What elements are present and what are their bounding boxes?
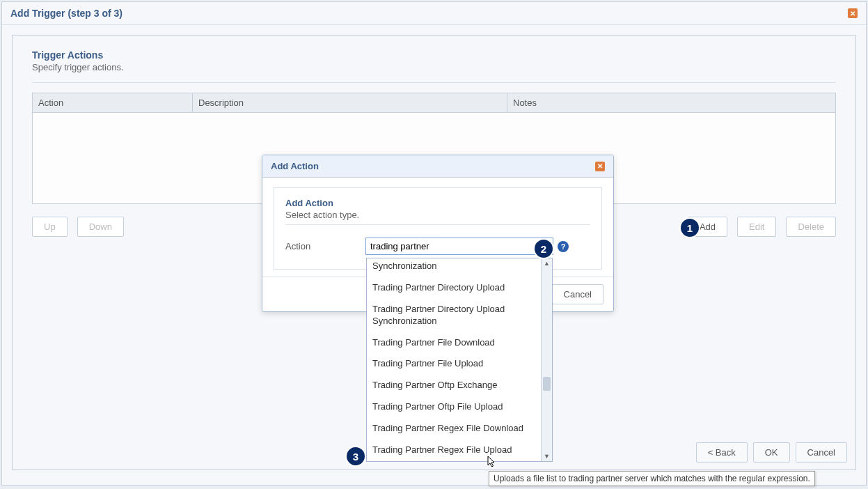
scroll-thumb[interactable] bbox=[543, 377, 551, 391]
dropdown-item[interactable]: Synchronization bbox=[367, 258, 541, 277]
dropdown-item[interactable]: Trading Partner Regex File Upload bbox=[367, 440, 541, 461]
action-dropdown[interactable]: Synchronization Trading Partner Director… bbox=[366, 258, 553, 462]
help-icon[interactable]: ? bbox=[558, 241, 569, 252]
annotation-marker-2: 2 bbox=[533, 238, 554, 259]
dropdown-item[interactable]: Trading Partner File Upload bbox=[367, 353, 541, 375]
dropdown-item[interactable]: Trading Partner Directory Upload Synchro… bbox=[367, 299, 541, 332]
scroll-down-icon[interactable]: ▼ bbox=[544, 451, 550, 461]
up-button[interactable]: Up bbox=[32, 217, 68, 237]
modal-cancel-button[interactable]: Cancel bbox=[552, 284, 603, 304]
dropdown-item[interactable]: Trading Partner Oftp Exchange bbox=[367, 375, 541, 396]
edit-button[interactable]: Edit bbox=[737, 217, 776, 237]
action-input[interactable] bbox=[365, 238, 553, 255]
col-description[interactable]: Description bbox=[193, 93, 507, 112]
modal-inner-sub: Select action type. bbox=[285, 210, 590, 225]
dropdown-item[interactable]: Trading Partner File Download bbox=[367, 332, 541, 354]
modal-title: Add Action bbox=[271, 161, 319, 171]
tooltip: Uploads a file list to trading partner s… bbox=[489, 471, 815, 486]
col-notes[interactable]: Notes bbox=[507, 93, 835, 112]
section-head: Trigger Actions Specify trigger actions. bbox=[13, 36, 855, 78]
dropdown-item[interactable]: Trading Partner Regex File Download bbox=[367, 418, 541, 440]
scroll-up-icon[interactable]: ▲ bbox=[544, 258, 550, 268]
panel-header: Add Trigger (step 3 of 3) ✕ bbox=[2, 2, 866, 25]
section-title: Trigger Actions bbox=[32, 49, 836, 61]
back-button[interactable]: < Back bbox=[696, 442, 748, 463]
action-label: Action bbox=[285, 241, 365, 251]
table-header: Action Description Notes bbox=[33, 93, 835, 113]
modal-close-icon[interactable]: ✕ bbox=[595, 162, 605, 171]
footer-buttons: < Back OK Cancel bbox=[696, 442, 847, 463]
close-icon[interactable]: ✕ bbox=[848, 8, 858, 18]
dropdown-item[interactable]: Trading Partner Directory Upload bbox=[367, 277, 541, 299]
delete-button[interactable]: Delete bbox=[786, 217, 836, 237]
divider bbox=[32, 82, 836, 83]
section-subtitle: Specify trigger actions. bbox=[32, 62, 836, 72]
dropdown-item[interactable]: Trading Partner Oftp File Upload bbox=[367, 396, 541, 418]
cancel-button[interactable]: Cancel bbox=[796, 442, 847, 463]
modal-inner-title: Add Action bbox=[285, 198, 590, 208]
dropdown-scrollbar[interactable]: ▲ ▼ bbox=[541, 258, 552, 461]
ok-button[interactable]: OK bbox=[753, 442, 790, 463]
panel-title: Add Trigger (step 3 of 3) bbox=[10, 8, 123, 19]
annotation-marker-3: 3 bbox=[345, 446, 366, 467]
annotation-marker-1: 1 bbox=[679, 217, 700, 238]
col-action[interactable]: Action bbox=[33, 93, 193, 112]
modal-header: Add Action ✕ bbox=[262, 155, 613, 178]
down-button[interactable]: Down bbox=[77, 217, 124, 237]
cursor-icon bbox=[487, 456, 497, 471]
